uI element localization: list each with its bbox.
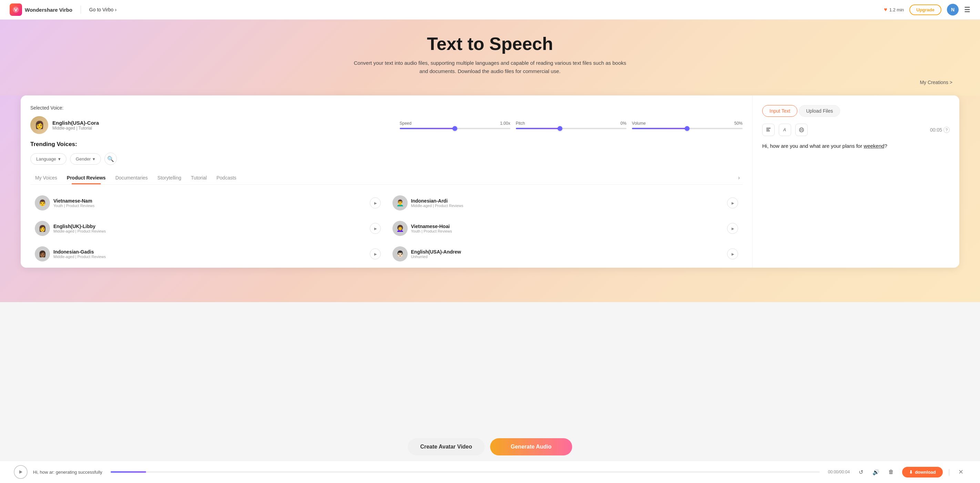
pitch-slider-track[interactable] (516, 128, 627, 129)
download-button[interactable]: ⬇ download (902, 467, 943, 478)
play-indonesian-gadis[interactable] (370, 248, 381, 259)
my-creations-link[interactable]: My Creations > (7, 79, 973, 85)
speed-slider-track[interactable] (400, 128, 510, 129)
volume-slider-track[interactable] (632, 128, 743, 129)
header-right: ♥ 1.2 min Upgrade N ☰ (884, 4, 970, 16)
input-tabs: Input Text Upload Files (762, 105, 950, 117)
play-vietnamese-hoai[interactable] (727, 223, 738, 234)
underlined-word: weekend (864, 143, 884, 149)
voice-tabs: My Voices Product Reviews Documentaries … (30, 171, 743, 185)
play-indonesian-ardi[interactable] (727, 197, 738, 208)
audio-time: 00:00/00:04 (828, 470, 850, 474)
selected-voice-label: Selected Voice: (30, 105, 743, 111)
text-format-btn[interactable] (762, 124, 775, 136)
voice-item-english-usa-andrew[interactable]: 👨🏻 English(USA)-Andrew Unhurried (388, 243, 743, 265)
voice-avatar-indonesian-ardi: 👨‍🦱 (393, 195, 408, 210)
voice-avatar-english-uk-libby: 👩 (35, 221, 50, 236)
user-avatar[interactable]: N (947, 4, 959, 16)
action-buttons: Create Avatar Video Generate Audio (408, 438, 572, 456)
bottom-divider: | (948, 468, 950, 476)
logo-icon (10, 3, 22, 16)
voice-item-vietnamese-nam[interactable]: 👨 Vietnamese-Nam Youth | Product Reviews (30, 192, 385, 214)
tab-my-voices[interactable]: My Voices (30, 172, 62, 184)
tab-input-text[interactable]: Input Text (762, 105, 797, 117)
voice-item-indonesian-ardi[interactable]: 👨‍🦱 Indonesian-Ardi Middle-aged | Produc… (388, 192, 743, 214)
svg-rect-2 (766, 129, 769, 130)
generate-audio-button[interactable]: Generate Audio (490, 438, 572, 456)
header: Wondershare Virbo Go to Virbo › ♥ 1.2 mi… (0, 0, 980, 20)
svg-point-0 (13, 6, 19, 13)
language-filter[interactable]: Language ▾ (30, 153, 67, 165)
audio-text: Hi, how ar: generating successfully (33, 470, 102, 475)
audio-play-button[interactable] (14, 465, 27, 479)
svg-text:A: A (783, 127, 786, 132)
right-panel: Input Text Upload Files A (752, 95, 959, 268)
sliders-section: Speed 1.00x Pitch 0% (400, 121, 743, 129)
text-toolbar: A 00:05 ? (762, 124, 950, 136)
speed-slider-group: Speed 1.00x (400, 121, 510, 129)
create-avatar-button[interactable]: Create Avatar Video (408, 438, 485, 456)
content-card: Selected Voice: 👩 English(USA)-Cora Midd… (21, 95, 959, 268)
selected-voice-avatar: 👩 (30, 116, 48, 134)
menu-icon[interactable]: ☰ (964, 5, 970, 14)
audio-player-bar: Hi, how ar: generating successfully 00:0… (0, 461, 980, 483)
tab-product-reviews[interactable]: Product Reviews (62, 172, 111, 184)
audio-volume-btn[interactable]: 🔊 (870, 467, 881, 478)
page-title: Text to Speech (7, 33, 973, 54)
pitch-slider-group: Pitch 0% (516, 121, 627, 129)
tab-podcasts[interactable]: Podcasts (212, 172, 241, 184)
help-icon[interactable]: ? (943, 127, 950, 133)
text-emphasis-btn[interactable]: A (779, 124, 791, 136)
header-left: Wondershare Virbo Go to Virbo › (10, 3, 116, 16)
tab-upload-files[interactable]: Upload Files (799, 105, 840, 117)
svg-rect-3 (766, 130, 770, 131)
selected-voice-card: 👩 English(USA)-Cora Middle-aged | Tutori… (30, 116, 743, 134)
search-button[interactable]: 🔍 (104, 153, 117, 165)
audio-progress-fill (111, 471, 146, 473)
play-vietnamese-nam[interactable] (370, 197, 381, 208)
voice-list: 👨 Vietnamese-Nam Youth | Product Reviews… (30, 192, 743, 265)
volume-slider-group: Volume 50% (632, 121, 743, 129)
timer-display: 00:05 ? (930, 127, 950, 133)
filter-row: Language ▾ Gender ▾ 🔍 (30, 153, 743, 165)
main-content: Selected Voice: 👩 English(USA)-Cora Midd… (0, 95, 980, 302)
logo[interactable]: Wondershare Virbo (10, 3, 72, 16)
trending-label: Trending Voices: (30, 141, 743, 148)
credits-display: ♥ 1.2 min (884, 6, 904, 13)
voice-item-english-uk-libby[interactable]: 👩 English(UK)-Libby Middle-aged | Produc… (30, 217, 385, 240)
text-pause-btn[interactable] (795, 124, 808, 136)
left-panel: Selected Voice: 👩 English(USA)-Cora Midd… (21, 95, 752, 268)
hero-section: Text to Speech Convert your text into au… (0, 20, 980, 95)
logo-text: Wondershare Virbo (25, 7, 72, 13)
logo-divider (81, 5, 81, 14)
close-audio-button[interactable]: ✕ (956, 467, 966, 477)
tab-tutorial[interactable]: Tutorial (186, 172, 212, 184)
voice-avatar-indonesian-gadis: 👩🏾 (35, 246, 50, 262)
text-input-area[interactable]: Hi, how are you and what are your plans … (762, 141, 950, 245)
upgrade-button[interactable]: Upgrade (909, 5, 942, 15)
tab-arrow-right[interactable]: › (735, 171, 743, 184)
play-english-usa-andrew[interactable] (727, 248, 738, 259)
hero-subtitle: Convert your text into audio files, supp… (352, 59, 628, 75)
goto-virbo-link[interactable]: Go to Virbo › (89, 7, 116, 13)
svg-point-5 (799, 128, 803, 132)
voice-item-vietnamese-hoai[interactable]: 👩‍🦱 Vietnamese-Hoai Youth | Product Revi… (388, 217, 743, 240)
voice-avatar-vietnamese-nam: 👨 (35, 195, 50, 210)
voice-avatar-vietnamese-hoai: 👩‍🦱 (393, 221, 408, 236)
svg-marker-6 (19, 470, 22, 474)
voice-item-indonesian-gadis[interactable]: 👩🏾 Indonesian-Gadis Middle-aged | Produc… (30, 243, 385, 265)
tab-storytelling[interactable]: Storytelling (153, 172, 186, 184)
voice-avatar-english-usa-andrew: 👨🏻 (393, 246, 408, 262)
audio-history-btn[interactable]: ↺ (855, 467, 866, 478)
download-icon: ⬇ (909, 470, 913, 475)
gender-filter[interactable]: Gender ▾ (70, 153, 101, 165)
play-english-uk-libby[interactable] (370, 223, 381, 234)
credits-icon: ♥ (884, 6, 887, 13)
audio-controls: ↺ 🔊 🗑 (855, 467, 897, 478)
svg-rect-1 (766, 128, 770, 129)
selected-voice-info: English(USA)-Cora Middle-aged | Tutorial (52, 120, 396, 130)
audio-delete-btn[interactable]: 🗑 (886, 467, 897, 478)
audio-progress-bar[interactable] (111, 471, 820, 473)
tab-documentaries[interactable]: Documentaries (111, 172, 153, 184)
